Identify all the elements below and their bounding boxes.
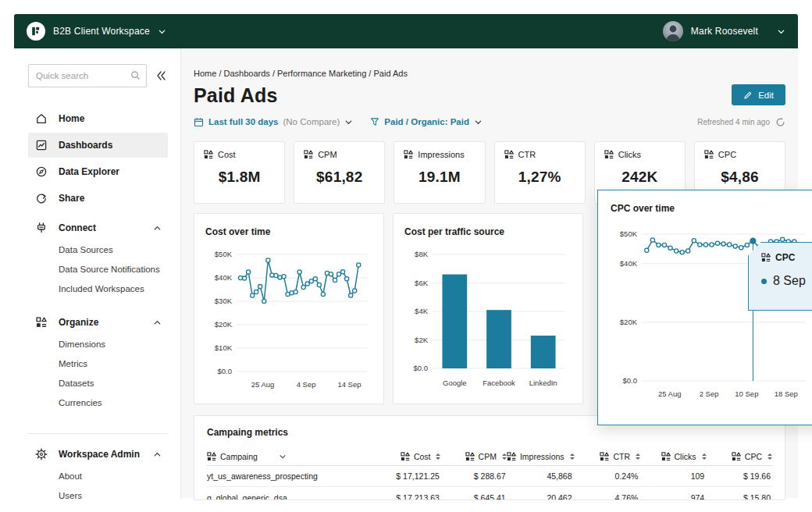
- edit-button[interactable]: Edit: [732, 84, 785, 105]
- sidebar-section-organize: Organize Dimensions Metrics Datasets Cur…: [28, 310, 168, 413]
- cpc-value: $ 15.80: [706, 493, 772, 501]
- chevron-up-icon: [153, 450, 162, 459]
- ctr-value: 0.24%: [574, 471, 640, 481]
- column-header-campaing[interactable]: Campaing: [207, 452, 375, 461]
- kpi-label: CPC: [718, 150, 736, 159]
- cpc-over-time-popup[interactable]: CPC over time $50K$40K$20K$0.025 Aug2 Se…: [597, 190, 812, 425]
- svg-text:$0.0: $0.0: [414, 364, 429, 372]
- table-row[interactable]: g_global_generic_dsa $ 17,213.63 $ 645.4…: [207, 487, 772, 500]
- campaign-metrics-widget[interactable]: Campaing metrics Campaing Cost: [194, 415, 785, 500]
- sidebar: Home Dashboards Data E: [14, 48, 181, 498]
- campaign-name: yt_us_awareness_prospecting: [207, 471, 375, 481]
- workspace-switcher[interactable]: B2B Client Workspace: [27, 22, 166, 41]
- sort-icon: [767, 453, 772, 460]
- svg-text:$10K: $10K: [215, 343, 233, 352]
- app-logo-icon: [27, 22, 45, 41]
- edit-button-label: Edit: [758, 91, 774, 100]
- impressions-value: 20,462: [508, 493, 574, 501]
- clicks-value: 109: [639, 471, 706, 481]
- chevron-down-icon: [777, 27, 785, 36]
- cost-over-time-widget[interactable]: Cost over time $50K$40K$30K$20K$10K$0.02…: [194, 213, 384, 404]
- tooltip-metric: CPC: [775, 252, 795, 263]
- svg-text:$20K: $20K: [620, 318, 638, 326]
- kpi-value: $1.8M: [204, 169, 275, 186]
- breadcrumb[interactable]: Home / Dashboards / Performance Marketin…: [194, 69, 785, 78]
- sidebar-item-users[interactable]: Users: [28, 486, 168, 506]
- svg-text:$0.0: $0.0: [218, 367, 233, 375]
- user-menu[interactable]: Mark Roosevelt: [663, 21, 785, 41]
- column-header-ctr[interactable]: CTR: [575, 452, 640, 461]
- app-window: B2B Client Workspace Mark Roosevelt: [14, 14, 798, 498]
- chevron-up-icon: [153, 318, 162, 327]
- kpi-label: Clicks: [618, 150, 641, 159]
- kpi-label: Impressions: [418, 150, 464, 159]
- sidebar-item-data-source-notifications[interactable]: Data Source Notifications: [28, 260, 168, 279]
- sidebar-item-currencies[interactable]: Currencies: [28, 393, 168, 413]
- sidebar-item-about[interactable]: About: [28, 467, 168, 486]
- funnel-icon: [370, 117, 379, 126]
- svg-text:LinkedIn: LinkedIn: [529, 379, 557, 387]
- svg-text:18 Sep: 18 Sep: [775, 389, 798, 398]
- sidebar-item-included-workspaces[interactable]: Included Workspaces: [28, 279, 168, 299]
- segment-filter[interactable]: Paid / Organic: Paid: [370, 117, 483, 126]
- sidebar-item-data-sources[interactable]: Data Sources: [28, 240, 168, 260]
- sidebar-item-label: Home: [59, 113, 84, 124]
- date-filter-label: Last full 30 days: [208, 117, 278, 126]
- cpm-value: $ 645.41: [441, 493, 508, 501]
- column-header-cost[interactable]: Cost: [375, 452, 440, 461]
- sidebar-item-label: Dashboards: [59, 140, 112, 151]
- svg-text:14 Sep: 14 Sep: [337, 380, 361, 389]
- svg-text:$20K: $20K: [215, 320, 233, 329]
- column-header-clicks[interactable]: Clicks: [640, 452, 706, 461]
- dashboards-icon: [34, 139, 48, 151]
- kpi-card-cost[interactable]: Cost $1.8M: [194, 141, 285, 204]
- chart-tooltip: CPC 8 Sep: [748, 242, 812, 311]
- svg-text:Google: Google: [443, 379, 467, 387]
- sidebar-item-dashboards[interactable]: Dashboards: [28, 133, 168, 158]
- sidebar-item-data-explorer[interactable]: Data Explorer: [28, 159, 168, 184]
- sidebar-section-connect-header[interactable]: Connect: [28, 215, 168, 240]
- ctr-value: 4.76%: [574, 493, 640, 501]
- sidebar-section-label: Workspace Admin: [59, 449, 142, 460]
- cost-per-traffic-source-widget[interactable]: Cost per traffic source $8K$6K$4K$2K$0.0…: [393, 213, 583, 404]
- svg-text:$50K: $50K: [215, 250, 233, 258]
- kpi-card-cpm[interactable]: CPM $61,82: [294, 141, 385, 204]
- chevron-down-icon: [158, 27, 166, 36]
- svg-text:$2K: $2K: [415, 336, 429, 344]
- kpi-card-impressions[interactable]: Impressions 19.1M: [394, 141, 485, 204]
- date-range-filter[interactable]: Last full 30 days (No Compare): [194, 117, 353, 127]
- refresh-icon[interactable]: [775, 117, 785, 127]
- refreshed-label: Refreshed 4 min ago: [697, 118, 770, 126]
- sidebar-section-workspace-admin: Workspace Admin About Users: [28, 442, 168, 506]
- tooltip-point-label: 8 Sep: [773, 274, 806, 288]
- sidebar-collapse-button[interactable]: [155, 69, 168, 82]
- table-row[interactable]: yt_us_awareness_prospecting $ 17,121.25 …: [207, 466, 772, 487]
- chart-title: CPC over time: [611, 203, 812, 214]
- date-filter-note: (No Compare): [283, 117, 340, 126]
- user-name: Mark Roosevelt: [691, 26, 758, 37]
- svg-text:$0.0: $0.0: [623, 376, 638, 385]
- column-header-cpm[interactable]: CPM: [440, 452, 506, 461]
- sidebar-item-metrics[interactable]: Metrics: [28, 354, 168, 374]
- sidebar-item-share[interactable]: Share: [28, 186, 168, 211]
- column-header-cpc[interactable]: CPC: [707, 452, 772, 461]
- sidebar-item-label: Data Explorer: [59, 166, 119, 177]
- svg-text:$30K: $30K: [215, 297, 233, 305]
- search-icon: [130, 69, 141, 81]
- share-icon: [34, 192, 48, 204]
- sidebar-section-workspace-admin-header[interactable]: Workspace Admin: [28, 442, 168, 467]
- sidebar-item-dimensions[interactable]: Dimensions: [28, 335, 168, 354]
- svg-text:Facebook: Facebook: [483, 379, 515, 387]
- cost-value: $ 17,121.25: [375, 471, 441, 481]
- topbar: B2B Client Workspace Mark Roosevelt: [14, 14, 798, 48]
- gear-icon: [34, 448, 48, 460]
- kpi-card-ctr[interactable]: CTR 1,27%: [494, 141, 586, 204]
- sidebar-item-datasets[interactable]: Datasets: [28, 374, 168, 393]
- sidebar-section-organize-header[interactable]: Organize: [28, 310, 168, 335]
- sidebar-item-home[interactable]: Home: [28, 106, 168, 131]
- calendar-icon: [194, 117, 204, 127]
- svg-text:25 Aug: 25 Aug: [658, 389, 682, 398]
- svg-text:10 Sep: 10 Sep: [735, 389, 758, 398]
- column-header-impressions[interactable]: Impressions: [507, 452, 575, 461]
- kpi-value: 1,27%: [504, 169, 575, 186]
